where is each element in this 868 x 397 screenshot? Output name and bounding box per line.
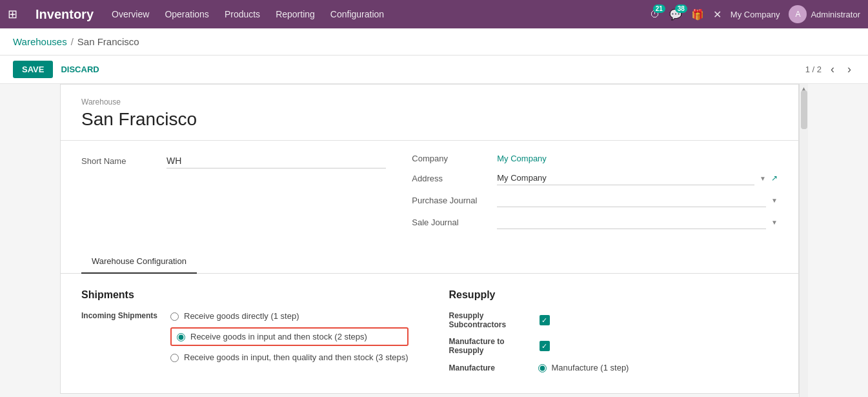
username: Administrator: [811, 10, 860, 19]
warehouse-label: Warehouse: [81, 97, 778, 107]
discard-button[interactable]: DISCARD: [61, 65, 99, 74]
manufacture-row: Manufacture Manufacture (1 step): [449, 363, 778, 372]
close-icon[interactable]: ✕: [713, 8, 722, 21]
tabs-bar: Warehouse Configuration: [61, 250, 798, 274]
company-name: My Company: [731, 10, 780, 19]
shipment-option-2: Receive goods in input and then stock (2…: [170, 327, 409, 346]
resupply-subcontractors-row: Resupply Subcontractors ✓: [449, 311, 778, 329]
incoming-shipments-row: Incoming Shipments Receive goods directl…: [81, 311, 410, 362]
purchase-journal-arrow: ▼: [771, 197, 778, 204]
main-menu: Overview Operations Products Reporting C…: [112, 9, 384, 19]
menu-products[interactable]: Products: [225, 9, 260, 19]
short-name-field: Short Name: [81, 154, 386, 168]
fields-section: Short Name Company My Company Address My…: [61, 141, 798, 250]
address-label: Address: [412, 174, 489, 183]
menu-overview[interactable]: Overview: [112, 9, 149, 19]
sale-journal-field: Sale Journal ▼: [412, 215, 778, 229]
company-label: Company: [412, 154, 489, 163]
sale-journal-arrow: ▼: [771, 219, 778, 226]
breadcrumb-current: San Francisco: [77, 36, 139, 47]
company-field: Company My Company: [412, 154, 778, 163]
clock-badge: 21: [653, 5, 665, 13]
shipments-title: Shipments: [81, 289, 410, 301]
manufacture-resupply-label: Manufacture to Resupply: [449, 337, 533, 355]
incoming-shipments-label: Incoming Shipments: [81, 311, 165, 362]
app-title: Inventory: [35, 7, 94, 22]
resupply-subcontractors-label: Resupply Subcontractors: [449, 311, 533, 329]
clock-icon[interactable]: ⏱ 21: [650, 8, 660, 20]
shipment-option-1-label: Receive goods directly (1 step): [184, 311, 299, 321]
avatar: A: [789, 5, 807, 23]
manufacture-value: Manufacture (1 step): [552, 363, 629, 372]
chat-badge: 38: [675, 5, 687, 13]
breadcrumb-parent[interactable]: Warehouses: [13, 36, 67, 47]
shipments-options: Receive goods directly (1 step) Receive …: [170, 311, 409, 362]
purchase-journal-field: Purchase Journal ▼: [412, 193, 778, 207]
shipment-option-3-label: Receive goods in input, then quality and…: [184, 352, 409, 362]
shipments-section: Shipments Incoming Shipments Receive goo…: [81, 289, 410, 378]
shipment-option-2-label: Receive goods in input and then stock (2…: [190, 332, 367, 341]
address-field: Address My Company ▼ ↗: [412, 171, 778, 185]
address-dropdown-arrow: ▼: [760, 175, 766, 182]
breadcrumb: Warehouses / San Francisco: [0, 28, 868, 56]
purchase-journal-label: Purchase Journal: [412, 196, 489, 205]
manufacture-resupply-checkbox[interactable]: ✓: [540, 341, 550, 351]
address-select-row: My Company ▼ ↗: [497, 171, 778, 185]
shipment-radio-3[interactable]: [170, 354, 179, 362]
chat-icon[interactable]: 💬 38: [669, 8, 682, 21]
menu-operations[interactable]: Operations: [165, 9, 208, 19]
shipment-option-1: Receive goods directly (1 step): [170, 311, 409, 321]
pagination: 1 / 2 ‹ ›: [805, 61, 855, 77]
tab-content: Shipments Incoming Shipments Receive goo…: [61, 274, 798, 393]
top-navigation: ⊞ Inventory Overview Operations Products…: [0, 0, 868, 28]
sale-journal-select[interactable]: [497, 215, 766, 229]
sale-journal-select-row: ▼: [497, 215, 778, 229]
resupply-section: Resupply Resupply Subcontractors ✓ Manuf…: [449, 289, 778, 378]
resupply-subcontractors-checkbox[interactable]: ✓: [540, 315, 550, 325]
shipment-radio-2[interactable]: [177, 333, 185, 341]
purchase-journal-select-row: ▼: [497, 193, 778, 207]
prev-button[interactable]: ‹: [827, 61, 838, 77]
short-name-input[interactable]: [167, 154, 386, 168]
shipment-option-3: Receive goods in input, then quality and…: [170, 352, 409, 362]
manufacture-label: Manufacture: [449, 363, 533, 372]
menu-configuration[interactable]: Configuration: [330, 9, 384, 19]
right-fields: Company My Company Address My Company ▼ …: [412, 154, 778, 237]
gift-icon[interactable]: 🎁: [691, 8, 704, 21]
scrollbar-thumb[interactable]: [801, 90, 807, 129]
next-button[interactable]: ›: [843, 61, 855, 77]
grid-icon[interactable]: ⊞: [8, 7, 17, 21]
pagination-text: 1 / 2: [805, 65, 822, 74]
sale-journal-label: Sale Journal: [412, 218, 489, 227]
shipment-radio-1[interactable]: [170, 312, 179, 321]
purchase-journal-select[interactable]: [497, 193, 766, 207]
menu-reporting[interactable]: Reporting: [276, 9, 315, 19]
form-toolbar: SAVE DISCARD 1 / 2 ‹ ›: [0, 56, 868, 84]
left-fields: Short Name: [81, 154, 386, 237]
top-right-actions: ⏱ 21 💬 38 🎁 ✕ My Company A Administrator: [650, 5, 860, 23]
form-header: Warehouse San Francisco: [61, 85, 798, 141]
user-menu[interactable]: A Administrator: [789, 5, 860, 23]
breadcrumb-separator: /: [71, 36, 74, 47]
manufacture-radio[interactable]: [538, 364, 547, 372]
manufacture-resupply-row: Manufacture to Resupply ✓: [449, 337, 778, 355]
warehouse-name: San Francisco: [81, 109, 778, 130]
tab-warehouse-configuration[interactable]: Warehouse Configuration: [81, 250, 197, 274]
address-select[interactable]: My Company: [497, 171, 754, 185]
company-value[interactable]: My Company: [497, 154, 547, 163]
scrollbar[interactable]: ▲ ▼: [799, 84, 808, 397]
save-button[interactable]: SAVE: [13, 61, 53, 78]
address-external-link[interactable]: ↗: [771, 174, 778, 183]
resupply-title: Resupply: [449, 289, 778, 301]
short-name-label: Short Name: [81, 156, 159, 166]
